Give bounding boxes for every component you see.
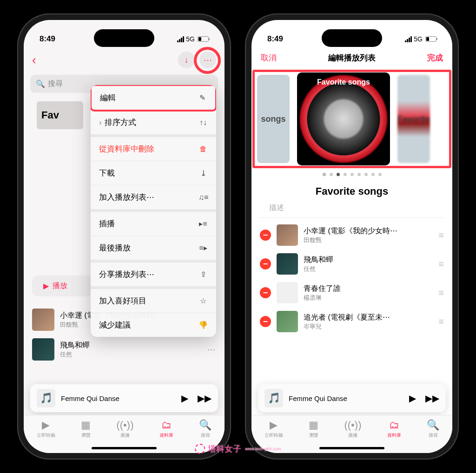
browse-icon: ▦ (81, 419, 91, 431)
watermark-icon (195, 444, 205, 454)
library-icon: 🗂 (161, 419, 172, 431)
mini-player-art: 🎵 (264, 389, 283, 407)
remove-button[interactable]: − (260, 230, 271, 241)
menu-add-playlist[interactable]: 加入播放列表⋯ ♫≡ (91, 185, 216, 212)
battery-icon (198, 36, 209, 42)
song-art (277, 311, 298, 332)
remove-button[interactable]: − (260, 316, 271, 327)
mini-player-title: Femme Qui Danse (289, 394, 403, 402)
menu-download[interactable]: 下載 ⤓ (91, 161, 216, 185)
menu-edit[interactable]: 編輯 ✎ (91, 85, 216, 112)
dynamic-island (94, 29, 154, 47)
drag-handle-icon[interactable]: ≡ (438, 288, 444, 298)
description-field[interactable]: 描述 (259, 200, 445, 218)
search-placeholder: 搜尋 (48, 79, 63, 89)
cover-carousel[interactable]: songs Favorite songs Favorite (255, 72, 449, 165)
menu-play-last[interactable]: 最後播放 ≡▸ (91, 236, 216, 263)
song-art (277, 282, 298, 303)
play-button[interactable]: ▶ 播放 (32, 276, 93, 296)
play-icon[interactable]: ▶ (181, 393, 188, 404)
dynamic-island (322, 29, 382, 47)
phone-right: 8:49 5G 取消 編輯播放列表 完成 songs Favorite song… (245, 13, 459, 460)
tab-listen[interactable]: ▶立即聆聽 (37, 419, 55, 453)
menu-favorite[interactable]: 加入喜好項目 ☆ (91, 289, 216, 313)
radio-icon: ((•)) (344, 419, 361, 431)
edit-song-row[interactable]: − 飛鳥和蟬任然 ≡ (251, 250, 452, 278)
song-artist: 任然 (304, 265, 433, 273)
edit-song-row[interactable]: − 小幸運 (電影《我的少女時⋯田馥甄 ≡ (251, 221, 452, 250)
network-label: 5G (414, 35, 423, 43)
song-row[interactable]: 飛鳥和蟬 任然 ⋯ (32, 335, 216, 364)
song-artist: 岑寧兒 (304, 322, 433, 331)
status-time: 8:49 (267, 34, 283, 44)
play-icon: ▶ (43, 282, 49, 290)
annotation-circle (194, 47, 221, 74)
mini-player[interactable]: 🎵 Femme Qui Danse ▶ ▶▶ (30, 384, 218, 412)
song-more-button[interactable]: ⋯ (207, 344, 216, 355)
song-title: 小幸運 (電影《我的少女時⋯ (304, 226, 433, 236)
drag-handle-icon[interactable]: ≡ (438, 230, 444, 241)
remove-button[interactable]: − (260, 287, 271, 298)
forward-icon[interactable]: ▶▶ (198, 393, 212, 404)
cover-option-selected[interactable]: Favorite songs (297, 72, 390, 165)
song-title: 飛鳥和蟬 (60, 341, 202, 350)
page-title: 編輯播放列表 (328, 53, 376, 63)
drag-handle-icon[interactable]: ≡ (438, 259, 444, 269)
tab-search[interactable]: 🔍搜尋 (427, 419, 439, 453)
song-art (277, 253, 298, 275)
share-icon: ⇪ (198, 270, 208, 279)
cover-option-prev[interactable]: songs (257, 75, 290, 163)
song-artist: 田馥甄 (304, 236, 433, 244)
song-title: 飛鳥和蟬 (304, 255, 433, 265)
playlist-add-icon: ♫≡ (198, 193, 208, 202)
download-icon: ⤓ (198, 169, 208, 177)
tab-library[interactable]: 🗂資料庫 (159, 419, 173, 453)
signal-icon (177, 36, 184, 42)
sort-button[interactable]: ↓ (178, 52, 195, 68)
playlist-name-input[interactable]: Favorite songs (251, 185, 452, 197)
mini-player-title: Femme Qui Danse (61, 394, 176, 402)
mini-player-art: 🎵 (37, 389, 55, 407)
home-indicator[interactable] (319, 447, 384, 449)
listen-icon: ▶ (42, 419, 50, 431)
tab-browse[interactable]: ▦瀏覽 (309, 419, 318, 453)
battery-icon (425, 36, 436, 42)
browse-icon: ▦ (309, 419, 318, 431)
edit-song-row[interactable]: − 青春住了誰楊丞琳 ≡ (251, 278, 452, 307)
search-icon: 🔍 (36, 79, 45, 88)
search-icon: 🔍 (427, 419, 439, 431)
song-artist: 任然 (60, 350, 202, 359)
library-icon: 🗂 (389, 419, 399, 431)
done-button[interactable]: 完成 (427, 53, 443, 63)
mini-player[interactable]: 🎵 Femme Qui Danse ▶ ▶▶ (258, 384, 446, 412)
menu-delete[interactable]: 從資料庫中刪除 🗑 (91, 137, 216, 161)
song-title: 青春住了誰 (304, 284, 433, 294)
drag-handle-icon[interactable]: ≡ (438, 316, 444, 327)
menu-play-next[interactable]: 插播 ▸≡ (91, 212, 216, 236)
listen-icon: ▶ (270, 419, 278, 431)
thumbs-down-icon: 👎 (198, 321, 208, 329)
page-dots[interactable] (251, 173, 452, 176)
radio-icon: ((•)) (116, 419, 133, 431)
trash-icon: 🗑 (198, 145, 208, 153)
back-button[interactable]: ‹ (32, 53, 36, 67)
remove-button[interactable]: − (260, 258, 271, 269)
menu-share[interactable]: 分享播放列表⋯ ⇪ (91, 263, 216, 289)
play-icon[interactable]: ▶ (409, 393, 416, 404)
signal-icon (405, 36, 412, 42)
tab-browse[interactable]: ▦瀏覽 (81, 419, 91, 453)
watermark: 塔科女子 www.tech-girlz.com (195, 443, 281, 454)
tab-library[interactable]: 🗂資料庫 (387, 419, 401, 453)
song-art (32, 338, 54, 361)
album-art-peek: Fav (37, 101, 83, 129)
cancel-button[interactable]: 取消 (261, 53, 277, 63)
search-icon: 🔍 (199, 419, 212, 431)
home-indicator[interactable] (92, 447, 157, 449)
forward-icon[interactable]: ▶▶ (425, 393, 439, 404)
menu-suggest-less[interactable]: 減少建議 👎 (91, 313, 216, 337)
song-art (277, 224, 298, 246)
cover-option-next[interactable]: Favorite (397, 75, 430, 163)
edit-song-row[interactable]: − 追光者 (電視劇《夏至未⋯岑寧兒 ≡ (251, 307, 452, 336)
song-art (32, 309, 54, 331)
menu-sort[interactable]: ›排序方式 ↑↓ (91, 111, 216, 137)
